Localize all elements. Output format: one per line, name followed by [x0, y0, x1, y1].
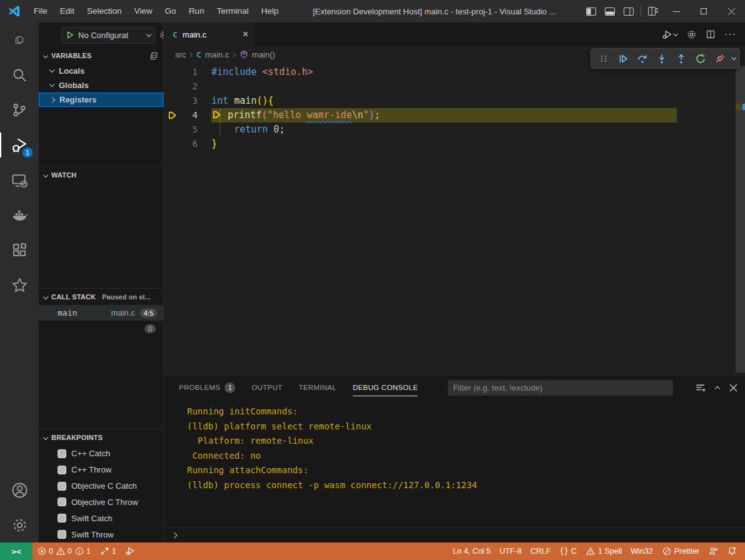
scrollbar-slider[interactable] — [736, 66, 745, 372]
remote-explorer-icon[interactable] — [0, 162, 39, 198]
customize-layout-icon[interactable] — [644, 0, 662, 22]
code-text[interactable]: return 0; — [211, 122, 285, 137]
more-actions-icon[interactable]: ··· — [724, 29, 736, 40]
toggle-panel-icon[interactable] — [601, 0, 619, 22]
menu-view[interactable]: View — [128, 6, 159, 16]
session-row[interactable]: 0 — [39, 321, 163, 337]
disconnect-button[interactable] — [711, 50, 728, 67]
breakpoint-objc-catch[interactable]: Objective C Catch — [39, 478, 163, 494]
checkbox[interactable] — [58, 530, 66, 539]
checkbox[interactable] — [58, 482, 66, 491]
extensions-icon[interactable] — [0, 232, 39, 268]
code-text[interactable]: int main(){ — [211, 94, 273, 108]
formatter-item[interactable]: Prettier — [657, 546, 704, 556]
editor-scrollbar[interactable] — [736, 62, 745, 375]
console-filter-input[interactable] — [448, 380, 673, 396]
problems-status-item[interactable]: 0 0 1 — [33, 542, 95, 560]
debug-console-input[interactable] — [164, 528, 745, 542]
breakpoint-gutter[interactable] — [164, 94, 180, 108]
debug-status-icon[interactable] — [121, 542, 139, 560]
tab-close-icon[interactable]: × — [243, 29, 248, 40]
breadcrumb-file[interactable]: main.c — [205, 50, 229, 59]
breakpoint-swift-catch[interactable]: Swift Catch — [39, 510, 163, 526]
feedback-item[interactable] — [704, 546, 722, 556]
stack-frame-row[interactable]: main main.c 4:5 — [39, 305, 163, 321]
split-editor-icon[interactable] — [706, 29, 716, 39]
menu-file[interactable]: File — [28, 6, 54, 16]
tab-terminal[interactable]: TERMINAL — [298, 376, 337, 399]
language-mode-item[interactable]: {̇} C — [555, 547, 581, 556]
close-window-button[interactable] — [717, 0, 745, 22]
code-text[interactable]: } — [211, 137, 217, 151]
breakpoints-header[interactable]: BREAKPOINTS — [39, 429, 163, 446]
breakpoint-gutter[interactable] — [164, 137, 180, 151]
variables-scope-locals[interactable]: Locals — [39, 64, 163, 78]
notifications-item[interactable] — [722, 546, 741, 556]
explorer-icon[interactable] — [0, 22, 39, 58]
collapse-all-icon[interactable] — [149, 51, 158, 61]
watch-header[interactable]: WATCH — [39, 167, 163, 183]
menu-edit[interactable]: Edit — [54, 6, 81, 16]
toggle-sidebar-icon[interactable] — [582, 0, 601, 22]
minimize-button[interactable] — [662, 0, 690, 22]
maximize-button[interactable] — [690, 0, 717, 22]
restart-button[interactable] — [692, 50, 709, 67]
tools-status-item[interactable]: 1 — [95, 542, 121, 560]
checkbox[interactable] — [58, 514, 66, 522]
run-or-debug-button[interactable] — [662, 29, 677, 40]
settings-gear-icon[interactable] — [0, 508, 39, 542]
tab-output[interactable]: OUTPUT — [251, 376, 282, 399]
breakpoint-gutter[interactable] — [164, 65, 180, 79]
tab-problems[interactable]: PROBLEMS 1 — [179, 376, 235, 399]
account-icon[interactable] — [0, 472, 39, 508]
call-stack-header[interactable]: CALL STACK Paused on st... — [39, 289, 163, 305]
variables-scope-globals[interactable]: Globals — [39, 78, 163, 92]
breakpoint-cpp-catch[interactable]: C++ Catch — [39, 446, 163, 462]
checkbox[interactable] — [58, 498, 66, 506]
step-into-button[interactable] — [653, 50, 670, 67]
continue-button[interactable] — [614, 50, 631, 67]
menu-help[interactable]: Help — [255, 6, 285, 16]
clear-console-icon[interactable] — [695, 382, 706, 393]
run-and-debug-icon[interactable]: 1 — [0, 128, 39, 162]
code-text[interactable]: printf("hello wamr-ide\n"); — [211, 108, 677, 122]
star-icon[interactable] — [0, 268, 39, 302]
close-panel-icon[interactable] — [729, 384, 737, 392]
variables-header[interactable]: VARIABLES — [39, 48, 163, 64]
breadcrumb-folder[interactable]: src — [175, 50, 186, 59]
start-debug-icon[interactable] — [66, 31, 74, 39]
remote-indicator[interactable]: >< — [0, 542, 33, 560]
encoding-item[interactable]: UTF-8 — [495, 547, 525, 556]
code-editor[interactable]: 1#include <stdio.h>23int main(){4printf(… — [164, 62, 745, 375]
tab-debug-console[interactable]: DEBUG CONSOLE — [353, 376, 418, 399]
source-control-icon[interactable] — [0, 92, 39, 128]
platform-item[interactable]: Win32 — [626, 547, 657, 556]
checkbox[interactable] — [58, 449, 66, 458]
docker-icon[interactable] — [0, 198, 39, 232]
checkbox[interactable] — [58, 466, 66, 474]
tab-main-c[interactable]: C main.c × — [164, 22, 255, 46]
launch-config-dropdown[interactable]: No Configurat — [61, 27, 155, 44]
breakpoint-gutter[interactable] — [164, 122, 180, 137]
toolbar-drag-grip[interactable] — [595, 50, 612, 67]
step-out-button[interactable] — [672, 50, 689, 67]
debug-toolbar-chevron-icon[interactable] — [731, 55, 736, 60]
spell-checker-item[interactable]: 1 Spell — [581, 546, 626, 556]
eol-item[interactable]: CRLF — [526, 547, 555, 556]
editor-settings-gear-icon[interactable] — [686, 29, 697, 40]
menu-go[interactable]: Go — [159, 6, 183, 16]
breakpoint-cpp-throw[interactable]: C++ Throw — [39, 462, 163, 478]
debug-console-output[interactable]: Running initCommands:(lldb) platform sel… — [164, 399, 745, 528]
breakpoint-objc-throw[interactable]: Objective C Throw — [39, 494, 163, 510]
menu-terminal[interactable]: Terminal — [210, 6, 255, 16]
code-text[interactable]: #include <stdio.h> — [211, 65, 313, 79]
configure-gear-icon[interactable] — [159, 30, 163, 40]
variables-scope-registers[interactable]: Registers — [39, 92, 163, 107]
toggle-secondary-sidebar-icon[interactable] — [619, 0, 638, 22]
search-icon[interactable] — [0, 58, 39, 92]
current-line-glyph-arrow-icon[interactable] — [164, 108, 180, 122]
breakpoint-swift-throw[interactable]: Swift Throw — [39, 526, 163, 542]
menu-run[interactable]: Run — [183, 6, 211, 16]
breadcrumb-symbol[interactable]: main() — [252, 50, 275, 59]
breakpoint-gutter[interactable] — [164, 79, 180, 94]
